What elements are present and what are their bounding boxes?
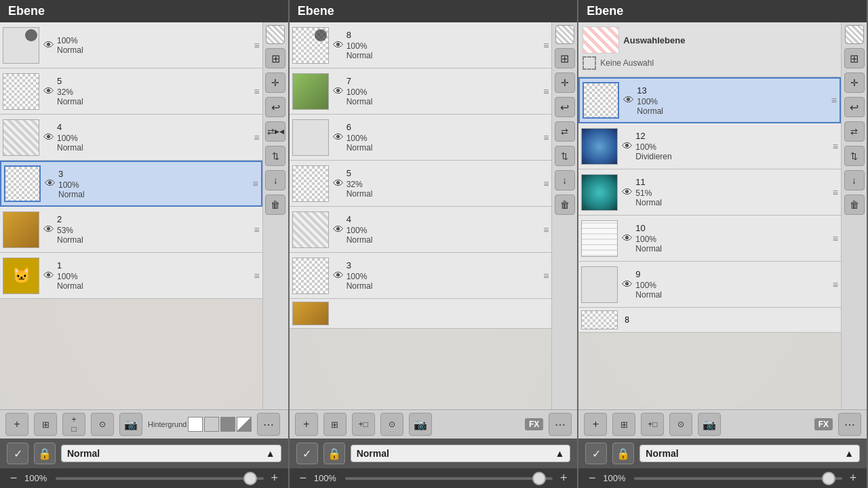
layer-list-3[interactable]: Auswahlebene Keine Auswahl 👁 13 100% Nor… [578,22,841,409]
delete-btn[interactable]: 🗑 [844,195,865,215]
layer-row[interactable]: 8 [578,308,841,333]
eye-icon[interactable]: 👁 [333,85,344,98]
combine-layer-btn[interactable]: ⊞ [612,413,635,436]
flip-v-btn[interactable]: ⇅ [844,146,865,166]
undo-btn[interactable]: ↩ [265,97,285,117]
camera-btn[interactable]: 📷 [698,413,721,436]
lock-btn[interactable]: 🔒 [612,443,634,464]
add-layer-btn[interactable]: + [584,413,607,436]
more-btn[interactable]: ⋯ [257,413,280,436]
flip-v-btn[interactable]: ⇅ [265,146,285,166]
confirm-btn[interactable]: ✓ [296,443,318,464]
layer-list-1[interactable]: 👁 100% Normal ≡ 👁 5 32% Normal [0,22,262,409]
layer-row[interactable]: 👁 8 100% Normal ≡ [290,22,552,68]
drag-handle[interactable]: ≡ [543,224,549,235]
eye-icon[interactable]: 👁 [43,85,54,98]
drag-handle[interactable]: ≡ [833,141,838,152]
down-btn[interactable]: ↓ [844,170,865,190]
eye-icon[interactable]: 👁 [622,140,633,152]
eye-icon[interactable]: 👁 [622,279,633,291]
delete-btn[interactable]: 🗑 [555,195,575,215]
layer-row-selected[interactable]: 👁 3 100% Normal ≡ [0,161,262,207]
zoom-slider[interactable] [634,477,842,480]
drag-handle[interactable]: ≡ [833,233,838,244]
down-btn[interactable]: ↓ [265,170,285,190]
layer-row[interactable]: 👁 9 100% Normal ≡ [578,262,841,308]
zoom-minus-btn[interactable]: − [7,471,20,485]
drag-handle[interactable]: ≡ [254,86,260,97]
checker-btn[interactable] [555,25,574,44]
bg-dark-swatch[interactable] [220,417,235,432]
zoom-thumb[interactable] [822,472,835,485]
drag-handle[interactable]: ≡ [254,40,260,51]
layer-row[interactable]: 👁 7 100% Normal ≡ [290,68,552,115]
down-btn[interactable]: ↓ [555,170,575,190]
zoom-plus-btn[interactable]: + [268,471,281,485]
layer-list-2[interactable]: 👁 8 100% Normal ≡ 👁 7 100% Normal [290,22,552,409]
drag-handle[interactable]: ≡ [543,132,549,143]
combine-btn[interactable]: ⊞ [555,48,575,68]
zoom-plus-btn[interactable]: + [557,471,570,485]
eye-icon[interactable]: 👁 [622,232,633,245]
drag-handle[interactable]: ≡ [833,187,838,198]
sublayer-btn[interactable]: +□ [62,413,85,436]
layer-row[interactable]: 👁 5 32% Normal ≡ [0,68,262,115]
mirror-h-btn[interactable]: ⇄ [844,121,865,142]
eye-icon[interactable]: 👁 [333,178,344,190]
eye-icon[interactable]: 👁 [333,131,344,144]
layer-row-selected[interactable]: 👁 13 100% Normal ≡ [578,77,841,123]
confirm-btn[interactable]: ✓ [585,443,607,464]
flip-v-btn[interactable]: ⇅ [555,146,575,166]
combine-btn[interactable]: ⊞ [265,48,285,68]
eye-icon[interactable]: 👁 [43,270,54,282]
zoom-minus-btn[interactable]: − [585,471,599,485]
delete-btn[interactable]: 🗑 [265,195,285,215]
bg-gray-swatch[interactable] [204,417,219,432]
eye-icon[interactable]: 👁 [43,224,54,236]
sublayer-btn[interactable]: +□ [352,413,375,436]
add-layer-btn[interactable]: + [5,413,28,436]
blend-mode-select[interactable]: Normal ▲ [61,445,281,462]
layer-row[interactable]: 👁 5 32% Normal ≡ [290,161,552,207]
layer-row[interactable]: 👁 11 51% Normal ≡ [578,169,841,216]
zoom-plus-btn[interactable]: + [846,471,860,485]
checker-btn[interactable] [845,25,864,44]
blend-mode-select[interactable]: Normal ▲ [639,445,860,462]
eye-icon[interactable]: 👁 [622,186,633,199]
layer-row[interactable]: 👁 12 100% Dividieren ≡ [578,123,841,169]
zoom-slider[interactable] [345,477,553,480]
eye-icon[interactable]: 👁 [333,39,344,52]
combine-btn[interactable]: ⊞ [844,48,865,68]
mask-btn[interactable]: ⊙ [669,413,692,436]
zoom-slider[interactable] [56,477,264,480]
eye-icon[interactable]: 👁 [43,131,54,144]
mask-btn[interactable]: ⊙ [380,413,403,436]
camera-btn[interactable]: 📷 [119,413,142,436]
lock-btn[interactable]: 🔒 [34,443,56,464]
layer-row[interactable]: 👁 3 100% Normal ≡ [290,253,552,299]
more-btn[interactable]: ⋯ [549,413,572,436]
zoom-minus-btn[interactable]: − [296,471,310,485]
zoom-thumb[interactable] [243,472,257,485]
mirror-h-btn[interactable]: ⇄▶◀ [265,121,285,142]
mirror-h-btn[interactable]: ⇄ [555,121,575,142]
move-btn[interactable]: ✛ [555,73,575,93]
mask-btn[interactable]: ⊙ [91,413,114,436]
layer-row[interactable]: 👁 10 100% Normal ≡ [578,216,841,262]
eye-icon[interactable]: 👁 [333,270,344,282]
layer-row[interactable]: 👁 4 100% Normal ≡ [290,207,552,253]
more-btn[interactable]: ⋯ [838,413,861,436]
drag-handle[interactable]: ≡ [543,178,549,189]
layer-row[interactable]: 👁 2 53% Normal ≡ [0,207,262,253]
move-btn[interactable]: ✛ [844,73,865,93]
drag-handle[interactable]: ≡ [831,95,837,106]
drag-handle[interactable]: ≡ [253,178,258,189]
move-btn[interactable]: ✛ [265,73,285,93]
camera-btn[interactable]: 📷 [409,413,432,436]
drag-handle[interactable]: ≡ [833,279,838,290]
blend-mode-select[interactable]: Normal ▲ [351,445,571,462]
combine-layer-btn[interactable]: ⊞ [323,413,347,436]
drag-handle[interactable]: ≡ [543,270,549,281]
drag-handle[interactable]: ≡ [543,86,549,97]
bg-split-swatch[interactable] [237,417,252,432]
